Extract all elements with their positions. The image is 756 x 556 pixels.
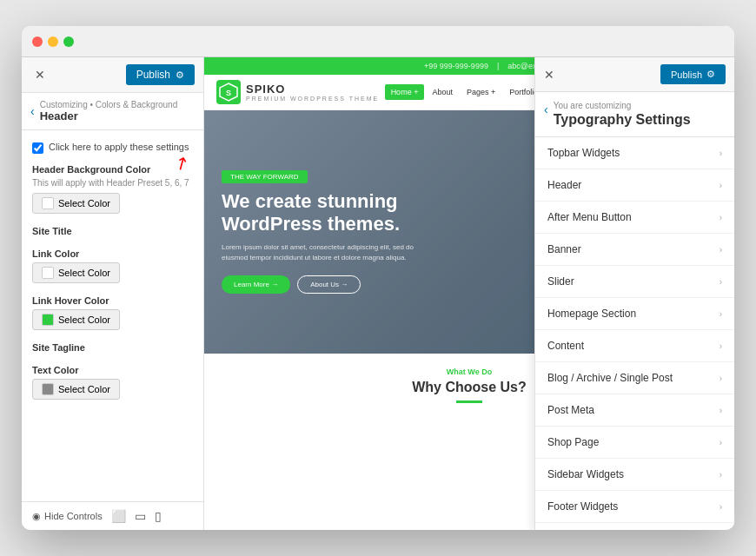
typo-menu-banner[interactable]: Banner › [535, 234, 734, 266]
typo-publish-label: Publish [671, 70, 702, 80]
site-title-section: Site Title [32, 226, 193, 236]
minimize-button[interactable] [48, 36, 58, 47]
hero-badge: THE WAY FORWARD [222, 170, 308, 183]
typo-gear-icon: ⚙ [706, 69, 715, 80]
typo-menu-footer-bar[interactable]: Footer Bar › [535, 523, 734, 530]
header-bg-label: Header Background Color [32, 164, 193, 175]
apply-settings-checkbox[interactable] [32, 142, 43, 154]
text-color-btn-label: Select Color [58, 384, 110, 394]
typo-menu-sidebar-widgets[interactable]: Sidebar Widgets › [535, 459, 734, 491]
link-color-label: Link Color [32, 248, 193, 259]
customizer-nav: ‹ Customizing • Colors & Background Head… [22, 93, 203, 130]
nav-home[interactable]: Home + [385, 84, 425, 100]
topbar-phone: +99 999-999-9999 [424, 62, 488, 70]
customizer-panel: ✕ Publish ⚙ ‹ Customizing • Colors & Bac… [22, 57, 204, 530]
typo-item-label: Sidebar Widgets [547, 468, 624, 480]
typo-menu-content[interactable]: Content › [535, 330, 734, 362]
link-color-field: Link Color Select Color [32, 248, 193, 283]
checkbox-row: Click here to apply these settings [32, 141, 193, 154]
typo-item-label: After Menu Button [547, 211, 632, 223]
typo-panel-title: Typography Settings [554, 112, 691, 128]
text-color-field: Text Color Select Color [32, 365, 193, 400]
link-color-button[interactable]: Select Color [32, 262, 120, 283]
typo-menu-topbar-widgets[interactable]: Topbar Widgets › [535, 137, 734, 169]
site-logo: S SPIKO PREMIUM WORDPRESS THEME [216, 80, 379, 104]
link-hover-color-field: Link Hover Color Select Color [32, 295, 193, 330]
hero-learn-more-button[interactable]: Learn More → [222, 275, 290, 294]
chevron-right-icon: › [720, 309, 722, 319]
typo-item-label: Content [547, 340, 584, 352]
chevron-right-icon: › [720, 277, 722, 287]
titlebar [22, 26, 734, 57]
typo-item-label: Blog / Archive / Single Post [547, 372, 673, 384]
typo-menu-slider[interactable]: Slider › [535, 266, 734, 298]
device-mobile-icon[interactable]: ▯ [155, 509, 162, 523]
typo-publish-button[interactable]: Publish ⚙ [660, 64, 726, 84]
chevron-right-icon: › [720, 374, 722, 383]
typo-menu-post-meta[interactable]: Post Meta › [535, 394, 734, 427]
typo-nav: ‹ You are customizing Typography Setting… [535, 92, 734, 137]
typography-panel: ✕ Publish ⚙ ‹ You are customizing Typogr… [534, 57, 734, 530]
logo-name: SPIKO [246, 83, 379, 96]
close-button[interactable] [32, 36, 43, 47]
typo-item-label: Post Meta [547, 404, 594, 416]
typo-menu-homepage-section[interactable]: Homepage Section › [535, 298, 734, 330]
site-title-label: Site Title [32, 226, 193, 236]
chevron-right-icon: › [720, 149, 722, 158]
typo-menu-blog-archive[interactable]: Blog / Archive / Single Post › [535, 362, 734, 394]
typo-close-button[interactable]: ✕ [544, 68, 554, 82]
link-color-swatch [42, 267, 54, 279]
typo-topbar: ✕ Publish ⚙ [535, 57, 734, 92]
chevron-right-icon: › [720, 181, 722, 190]
hide-controls-btn[interactable]: ◉ Hide Controls [32, 511, 103, 522]
back-arrow[interactable]: ‹ [30, 104, 35, 118]
text-color-label: Text Color [32, 365, 193, 375]
section-title: Header [40, 109, 178, 122]
link-hover-label: Link Hover Color [32, 295, 193, 306]
chevron-right-icon: › [720, 502, 722, 512]
maximize-button[interactable] [63, 36, 74, 47]
header-bg-btn-label: Select Color [58, 198, 110, 208]
link-hover-color-button[interactable]: Select Color [32, 309, 120, 330]
hero-text: Lorem ipsum dolor sit amet, consectetur … [222, 242, 439, 263]
typo-item-label: Banner [547, 243, 581, 255]
breadcrumb: Customizing • Colors & Background [40, 100, 178, 109]
logo-text-area: SPIKO PREMIUM WORDPRESS THEME [246, 83, 379, 102]
device-tablet-icon[interactable]: ▭ [135, 509, 146, 523]
customizer-content: Click here to apply these settings Heade… [22, 130, 203, 501]
typo-back-arrow[interactable]: ‹ [544, 103, 548, 116]
checkbox-label: Click here to apply these settings [49, 141, 189, 154]
site-tagline-label: Site Tagline [32, 342, 193, 353]
publish-button[interactable]: Publish ⚙ [126, 64, 195, 85]
typo-menu-shop-page[interactable]: Shop Page › [535, 427, 734, 459]
site-tagline-section: Site Tagline [32, 342, 193, 353]
gear-icon: ⚙ [176, 70, 184, 81]
typo-item-label: Shop Page [547, 436, 599, 448]
why-underline [456, 400, 482, 403]
chevron-right-icon: › [720, 213, 722, 222]
header-bg-color-field: Header Background Color This will apply … [32, 164, 193, 214]
header-bg-swatch [42, 197, 54, 209]
typo-menu-after-menu-button[interactable]: After Menu Button › [535, 202, 734, 234]
breadcrumb-area: Customizing • Colors & Background Header [40, 100, 178, 122]
publish-label: Publish [136, 69, 170, 81]
preview-area: +99 999-999-9999 | abc@example.com ⬧ 999… [204, 57, 734, 530]
hide-controls-icon: ◉ [32, 511, 41, 522]
typo-menu-header[interactable]: Header › [535, 169, 734, 202]
nav-about[interactable]: About [426, 84, 459, 100]
typo-menu-footer-widgets[interactable]: Footer Widgets › [535, 491, 734, 523]
typo-item-label: Footer Widgets [547, 500, 618, 513]
typo-item-label: Topbar Widgets [547, 147, 620, 159]
logo-icon: S [216, 80, 241, 104]
header-bg-color-button[interactable]: Select Color [32, 193, 120, 214]
hero-about-us-button[interactable]: About Us → [297, 275, 361, 294]
chevron-right-icon: › [720, 470, 722, 480]
typo-customizing-label: You are customizing [554, 101, 691, 110]
mac-window: ✕ Publish ⚙ ‹ Customizing • Colors & Bac… [22, 26, 734, 530]
chevron-right-icon: › [720, 406, 722, 415]
device-desktop-icon[interactable]: ⬜ [111, 509, 126, 523]
typo-menu-list: Topbar Widgets › Header › After Menu But… [535, 137, 734, 530]
customizer-close-button[interactable]: ✕ [30, 66, 50, 83]
nav-pages[interactable]: Pages + [461, 84, 501, 100]
text-color-button[interactable]: Select Color [32, 379, 120, 400]
